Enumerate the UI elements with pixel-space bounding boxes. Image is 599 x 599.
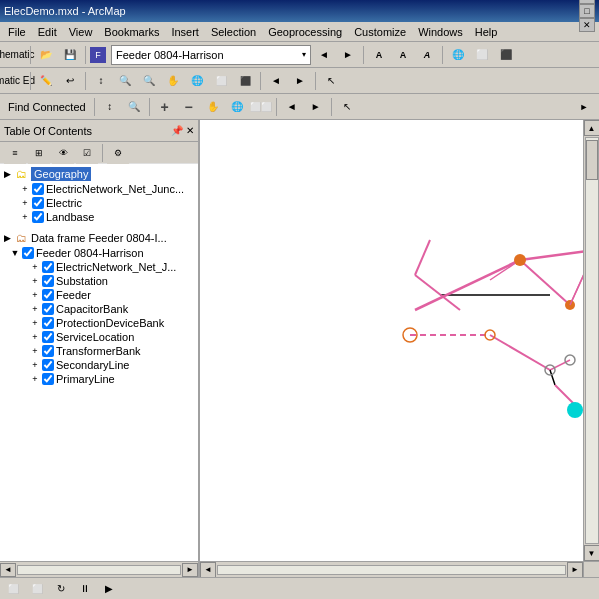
vscroll-up-btn[interactable]: ▲ [584, 120, 600, 136]
nav-btn-globe2[interactable]: 🌐 [186, 70, 208, 92]
checkbox-protection[interactable] [42, 317, 54, 329]
toc-item-feeder-main[interactable]: ▼ Feeder 0804-Harrison [0, 246, 198, 260]
toc-item-transformer[interactable]: + TransformerBank [0, 344, 198, 358]
toolbar-btn-a3[interactable]: A [416, 44, 438, 66]
toc-btn-vis[interactable]: 👁 [52, 142, 74, 164]
menu-item-view[interactable]: View [63, 24, 99, 40]
toc-btn-options[interactable]: ⚙ [107, 142, 129, 164]
toc-scroll-right[interactable]: ► [182, 563, 198, 577]
bottom-btn-refresh[interactable]: ↻ [50, 578, 72, 600]
zoom-in-btn[interactable]: + [154, 96, 176, 118]
nav-btn-back[interactable]: ◄ [265, 70, 287, 92]
toc-btn-source[interactable]: ⊞ [28, 142, 50, 164]
checkbox-substation[interactable] [42, 275, 54, 287]
toc-scroll-left[interactable]: ◄ [0, 563, 16, 577]
toc-item-electric[interactable]: + Electric [0, 196, 198, 210]
toc-feeder-main-label: Feeder 0804-Harrison [36, 247, 144, 259]
toc-scroll-track [17, 565, 181, 575]
toc-group-geography[interactable]: ▶ 🗂 Geography [0, 166, 198, 182]
back-btn[interactable]: ◄ [281, 96, 303, 118]
nav-btn-zoom-in[interactable]: 🔍 [114, 70, 136, 92]
vscroll-track [585, 137, 599, 544]
checkbox-electric[interactable] [32, 197, 44, 209]
bottom-btn-play[interactable]: ▶ [98, 578, 120, 600]
schematic-editor-menu-button[interactable]: Schematic Editor ▾ [4, 70, 26, 92]
toolbar-btn-a1[interactable]: A [368, 44, 390, 66]
toc-item-secondary[interactable]: + SecondaryLine [0, 358, 198, 372]
toc-pin-icon[interactable]: 📌 [171, 125, 183, 136]
toc-service-label: ServiceLocation [56, 331, 134, 343]
feeder-dropdown[interactable]: Feeder 0804-Harrison ▾ [111, 45, 311, 65]
checkbox-secondary[interactable] [42, 359, 54, 371]
toolbar-btn-6[interactable]: ⬛ [495, 44, 517, 66]
checkbox-transformer[interactable] [42, 345, 54, 357]
schematic-menu-button[interactable]: Schematic ▾ [4, 44, 26, 66]
nav-btn-1[interactable]: ↕ [90, 70, 112, 92]
checkbox-ej2[interactable] [42, 261, 54, 273]
select-btn[interactable]: ↖ [336, 96, 358, 118]
menu-item-help[interactable]: Help [469, 24, 504, 40]
toc-item-substation[interactable]: + Substation [0, 274, 198, 288]
vscroll-thumb[interactable] [586, 140, 598, 180]
find-btn-1[interactable]: ↕ [99, 96, 121, 118]
bottom-btn-pause[interactable]: ⏸ [74, 578, 96, 600]
menu-item-geoprocessing[interactable]: Geoprocessing [262, 24, 348, 40]
nav-btn-zoom-out[interactable]: 🔍 [138, 70, 160, 92]
toolbar-btn-5[interactable]: ⬜ [471, 44, 493, 66]
toolbar-btn-2[interactable]: 💾 [59, 44, 81, 66]
bottom-btn-2[interactable]: ⬜ [26, 578, 48, 600]
toc-item-capacitor[interactable]: + CapacitorBank [0, 302, 198, 316]
toc-group-dataframe[interactable]: ▶ 🗂 Data frame Feeder 0804-I... [0, 230, 198, 246]
maximize-button[interactable]: □ [579, 4, 595, 18]
bottom-btn-1[interactable]: ⬜ [2, 578, 24, 600]
map-area[interactable]: ▲ ▼ ◄ ► [200, 120, 599, 577]
nav-btn-fwd[interactable]: ► [289, 70, 311, 92]
menu-item-insert[interactable]: Insert [165, 24, 205, 40]
close-button[interactable]: ✕ [579, 18, 595, 32]
find-btn-2[interactable]: 🔍 [123, 96, 145, 118]
checkbox-feeder-main[interactable] [22, 247, 34, 259]
pan-btn[interactable]: ✋ [202, 96, 224, 118]
toc-item-service[interactable]: + ServiceLocation [0, 330, 198, 344]
nav-btn-full[interactable]: ⬛ [234, 70, 256, 92]
hscroll-left-btn[interactable]: ◄ [200, 562, 216, 578]
toc-btn-list[interactable]: ≡ [4, 142, 26, 164]
toc-item-electricnet-j2[interactable]: + ElectricNetwork_Net_J... [0, 260, 198, 274]
toolbar-btn-globe[interactable]: 🌐 [447, 44, 469, 66]
zoom-out-btn[interactable]: − [178, 96, 200, 118]
toolbar-btn-prev[interactable]: ◄ [313, 44, 335, 66]
toc-close-icon[interactable]: ✕ [186, 125, 194, 136]
globe-btn[interactable]: 🌐 [226, 96, 248, 118]
checkbox-electricnet-junc[interactable] [32, 183, 44, 195]
checkbox-service[interactable] [42, 331, 54, 343]
hscroll-right-btn[interactable]: ► [567, 562, 583, 578]
menu-item-edit[interactable]: Edit [32, 24, 63, 40]
menu-item-customize[interactable]: Customize [348, 24, 412, 40]
toolbar-btn-a2[interactable]: A [392, 44, 414, 66]
toolbar-btn-1[interactable]: 📂 [35, 44, 57, 66]
menu-item-selection[interactable]: Selection [205, 24, 262, 40]
extent-btn[interactable]: ⬜⬜ [250, 96, 272, 118]
editor-btn-1[interactable]: ✏️ [35, 70, 57, 92]
scroll-right-btn[interactable]: ► [573, 96, 595, 118]
vscroll-down-btn[interactable]: ▼ [584, 545, 600, 561]
checkbox-landbase[interactable] [32, 211, 44, 223]
toc-item-landbase[interactable]: + Landbase [0, 210, 198, 224]
nav-btn-extent[interactable]: ⬜ [210, 70, 232, 92]
toolbar-btn-next[interactable]: ► [337, 44, 359, 66]
editor-btn-2[interactable]: ↩ [59, 70, 81, 92]
nav-btn-pan[interactable]: ✋ [162, 70, 184, 92]
menu-item-file[interactable]: File [2, 24, 32, 40]
checkbox-capacitor[interactable] [42, 303, 54, 315]
toc-item-protection[interactable]: + ProtectionDeviceBank [0, 316, 198, 330]
toc-item-feeder[interactable]: + Feeder [0, 288, 198, 302]
checkbox-primary[interactable] [42, 373, 54, 385]
nav-btn-select[interactable]: ↖ [320, 70, 342, 92]
menu-item-bookmarks[interactable]: Bookmarks [98, 24, 165, 40]
toc-item-electricnet-junc[interactable]: + ElectricNetwork_Net_Junc... [0, 182, 198, 196]
checkbox-feeder[interactable] [42, 289, 54, 301]
toc-btn-sel[interactable]: ☑ [76, 142, 98, 164]
fwd-btn[interactable]: ► [305, 96, 327, 118]
menu-item-windows[interactable]: Windows [412, 24, 469, 40]
toc-item-primary[interactable]: + PrimaryLine [0, 372, 198, 386]
